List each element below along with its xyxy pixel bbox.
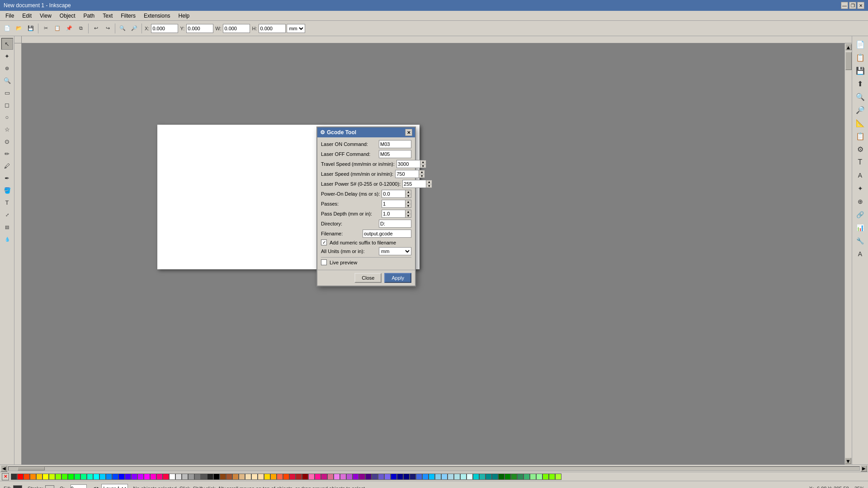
tool-rect[interactable]: ▭ — [1, 87, 13, 99]
toolbar-copy[interactable]: 📋 — [52, 23, 63, 34]
right-tool-16[interactable]: 🔧 — [854, 235, 867, 247]
color-swatch-26[interactable] — [175, 474, 182, 480]
pass-depth-down[interactable]: ▼ — [406, 214, 411, 218]
live-preview-checkbox[interactable] — [321, 259, 327, 265]
color-swatch-61[interactable] — [397, 474, 403, 480]
color-swatch-43[interactable] — [283, 474, 289, 480]
color-swatch-6[interactable] — [49, 474, 55, 480]
scroll-thumb-h[interactable] — [18, 467, 45, 470]
toolbar-undo[interactable]: ↩ — [90, 23, 101, 34]
right-tool-13[interactable]: ⊕ — [854, 195, 867, 208]
toolbar-save[interactable]: 💾 — [25, 23, 36, 34]
scroll-left-btn[interactable]: ◀ — [1, 465, 7, 472]
color-swatch-82[interactable] — [530, 474, 536, 480]
tool-select[interactable]: ↖ — [1, 38, 13, 50]
tool-paint[interactable]: 🪣 — [1, 184, 13, 196]
scrollbar-vertical[interactable]: ▲ ▼ — [844, 43, 852, 465]
h-input[interactable] — [259, 24, 286, 33]
right-tool-1[interactable]: 📄 — [854, 38, 867, 51]
color-swatch-40[interactable] — [264, 474, 270, 480]
color-swatch-68[interactable] — [441, 474, 448, 480]
unit-select[interactable]: mm in px — [287, 24, 305, 33]
color-swatch-71[interactable] — [460, 474, 467, 480]
color-swatch-69[interactable] — [448, 474, 454, 480]
color-swatch-54[interactable] — [353, 474, 359, 480]
menu-filters[interactable]: Filters — [117, 12, 139, 20]
color-swatch-29[interactable] — [194, 474, 201, 480]
color-swatch-50[interactable] — [327, 474, 334, 480]
color-swatch-35[interactable] — [232, 474, 239, 480]
menu-path[interactable]: Path — [80, 12, 99, 20]
travel-speed-input[interactable] — [396, 160, 420, 168]
color-swatch-36[interactable] — [239, 474, 245, 480]
w-input[interactable] — [223, 24, 250, 33]
color-swatch-27[interactable] — [182, 474, 188, 480]
tool-ellipse[interactable]: ○ — [1, 111, 13, 123]
menu-extensions[interactable]: Extensions — [140, 12, 174, 20]
tool-tweak[interactable]: ⊛ — [1, 62, 13, 74]
color-swatch-62[interactable] — [403, 474, 410, 480]
color-swatch-28[interactable] — [188, 474, 194, 480]
power-delay-input[interactable] — [382, 190, 405, 198]
scroll-down-btn[interactable]: ▼ — [845, 458, 851, 464]
color-swatch-7[interactable] — [55, 474, 61, 480]
tool-spiral[interactable]: ⊙ — [1, 136, 13, 147]
menu-view[interactable]: View — [36, 12, 55, 20]
laser-speed-down[interactable]: ▼ — [419, 174, 425, 178]
color-swatch-77[interactable] — [498, 474, 505, 480]
directory-input[interactable] — [379, 220, 411, 228]
toolbar-duplicate[interactable]: ⧉ — [75, 23, 86, 34]
color-swatch-66[interactable] — [429, 474, 435, 480]
laser-power-down[interactable]: ▼ — [426, 184, 432, 188]
color-swatch-52[interactable] — [340, 474, 346, 480]
toolbar-paste[interactable]: 📌 — [64, 23, 75, 34]
color-swatch-75[interactable] — [486, 474, 492, 480]
color-swatch-16[interactable] — [112, 474, 118, 480]
color-swatch-53[interactable] — [346, 474, 353, 480]
color-swatch-13[interactable] — [93, 474, 99, 480]
color-swatch-79[interactable] — [511, 474, 517, 480]
color-swatch-15[interactable] — [106, 474, 112, 480]
color-swatch-58[interactable] — [378, 474, 384, 480]
travel-speed-down[interactable]: ▼ — [420, 164, 426, 168]
layer-prev[interactable]: ◀ — [92, 486, 96, 488]
color-swatch-18[interactable] — [125, 474, 131, 480]
color-swatch-14[interactable] — [99, 474, 106, 480]
scroll-right-btn[interactable]: ▶ — [861, 465, 867, 472]
color-swatch-12[interactable] — [87, 474, 93, 480]
right-tool-8[interactable]: 📋 — [854, 130, 867, 142]
right-tool-10[interactable]: T — [854, 156, 867, 169]
right-tool-2[interactable]: 📋 — [854, 51, 867, 64]
color-swatch-3[interactable] — [30, 474, 36, 480]
menu-object[interactable]: Object — [56, 12, 79, 20]
travel-speed-up[interactable]: ▲ — [420, 160, 426, 164]
layer-next[interactable]: ▶ — [97, 486, 100, 488]
apply-button[interactable]: Apply — [384, 273, 411, 283]
right-tool-14[interactable]: 🔗 — [854, 208, 867, 221]
tool-star[interactable]: ☆ — [1, 123, 13, 135]
scroll-up-btn[interactable]: ▲ — [845, 44, 852, 50]
right-tool-9[interactable]: ⚙ — [854, 143, 867, 155]
color-swatch-1[interactable] — [17, 474, 24, 480]
color-swatch-9[interactable] — [68, 474, 74, 480]
canvas-background[interactable] — [22, 43, 852, 465]
color-swatch-42[interactable] — [277, 474, 283, 480]
minimize-button[interactable]: — — [841, 2, 848, 9]
pass-depth-input[interactable] — [382, 210, 405, 218]
laser-speed-up[interactable]: ▲ — [419, 170, 425, 174]
color-swatch-57[interactable] — [372, 474, 378, 480]
color-swatch-49[interactable] — [321, 474, 327, 480]
color-swatch-70[interactable] — [454, 474, 460, 480]
color-swatch-86[interactable] — [555, 474, 561, 480]
color-swatch-59[interactable] — [384, 474, 391, 480]
dialog-title-bar[interactable]: ⚙ Gcode Tool ✕ — [317, 127, 415, 137]
color-swatch-51[interactable] — [334, 474, 340, 480]
maximize-button[interactable]: ❐ — [849, 2, 856, 9]
scroll-track[interactable] — [8, 466, 860, 471]
color-swatch-48[interactable] — [315, 474, 321, 480]
suffix-checkbox[interactable] — [321, 239, 327, 245]
color-swatch-0[interactable] — [11, 474, 17, 480]
tool-zoom[interactable]: 🔍 — [1, 75, 13, 86]
color-swatch-63[interactable] — [410, 474, 416, 480]
toolbar-cut[interactable]: ✂ — [40, 23, 51, 34]
